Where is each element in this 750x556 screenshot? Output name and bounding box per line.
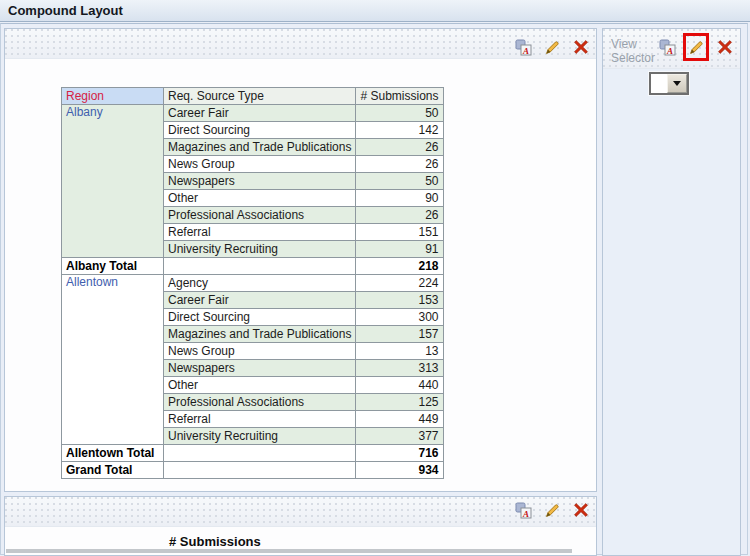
region-value-link[interactable]: Allentown	[62, 275, 164, 445]
source-type-cell: Magazines and Trade Publications	[164, 139, 356, 156]
source-type-cell: Professional Associations	[164, 207, 356, 224]
pivot-header-row: Region Req. Source Type # Submissions	[62, 88, 444, 105]
view-selector-panel: View Selector A	[602, 28, 741, 556]
source-type-cell: Newspapers	[164, 173, 356, 190]
pivot-data-row: AlbanyCareer Fair50	[62, 105, 444, 122]
edit-view-icon[interactable]	[544, 39, 561, 56]
delete-view-icon[interactable]	[573, 39, 590, 56]
source-type-cell: University Recruiting	[164, 428, 356, 445]
pivot-table: Region Req. Source Type # Submissions Al…	[61, 87, 444, 479]
chart-panel-header-strip	[5, 497, 596, 527]
view-selector-dropdown[interactable]	[649, 72, 689, 95]
window-title-bar: Compound Layout	[0, 0, 750, 22]
region-total-value: 218	[356, 258, 443, 275]
column-header-submissions[interactable]: # Submissions	[356, 88, 443, 105]
svg-text:A: A	[522, 509, 529, 519]
region-total-value: 716	[356, 445, 443, 462]
submissions-cell: 50	[356, 173, 443, 190]
svg-text:A: A	[522, 46, 529, 56]
submissions-cell: 313	[356, 360, 443, 377]
source-type-cell: Other	[164, 190, 356, 207]
region-value-link[interactable]: Albany	[62, 105, 164, 258]
region-total-spacer	[164, 258, 356, 275]
pivot-data-row: AllentownAgency224	[62, 275, 444, 292]
submissions-cell: 440	[356, 377, 443, 394]
chart-axis-bar	[6, 549, 572, 553]
dropdown-button[interactable]	[667, 74, 687, 93]
svg-text:A: A	[666, 46, 673, 56]
pivot-view-toolbar: A	[515, 39, 590, 56]
submissions-cell: 26	[356, 207, 443, 224]
grand-total-value: 934	[356, 462, 443, 479]
source-type-cell: Referral	[164, 224, 356, 241]
submissions-cell: 91	[356, 241, 443, 258]
column-header-source-type[interactable]: Req. Source Type	[164, 88, 356, 105]
format-view-icon[interactable]: A	[515, 502, 532, 519]
format-view-icon[interactable]: A	[515, 39, 532, 56]
view-selector-label: View Selector	[611, 37, 665, 65]
source-type-cell: Magazines and Trade Publications	[164, 326, 356, 343]
submissions-cell: 151	[356, 224, 443, 241]
source-type-cell: News Group	[164, 156, 356, 173]
pivot-table-body: AlbanyCareer Fair50Direct Sourcing142Mag…	[62, 105, 444, 479]
region-total-row: Albany Total218	[62, 258, 444, 275]
source-type-cell: Other	[164, 377, 356, 394]
view-selector-toolbar: A	[659, 39, 734, 56]
source-type-cell: Agency	[164, 275, 356, 292]
region-total-spacer	[164, 445, 356, 462]
delete-view-icon[interactable]	[573, 502, 590, 519]
submissions-cell: 50	[356, 105, 443, 122]
window-title: Compound Layout	[8, 3, 123, 18]
submissions-cell: 300	[356, 309, 443, 326]
submissions-cell: 377	[356, 428, 443, 445]
edit-view-icon[interactable]	[544, 502, 561, 519]
submissions-cell: 153	[356, 292, 443, 309]
source-type-cell: Career Fair	[164, 105, 356, 122]
source-type-cell: Direct Sourcing	[164, 309, 356, 326]
grand-total-row: Grand Total934	[62, 462, 444, 479]
pivot-view-panel: A Region Req. Source Type # Submissions …	[4, 28, 597, 492]
region-total-label: Albany Total	[62, 258, 164, 275]
source-type-cell: Referral	[164, 411, 356, 428]
format-view-icon[interactable]: A	[659, 39, 676, 56]
chart-view-panel: A # Submissions	[4, 496, 597, 556]
submissions-cell: 157	[356, 326, 443, 343]
submissions-cell: 224	[356, 275, 443, 292]
region-total-label: Allentown Total	[62, 445, 164, 462]
submissions-cell: 13	[356, 343, 443, 360]
source-type-cell: Direct Sourcing	[164, 122, 356, 139]
edit-view-icon-highlighted[interactable]	[688, 39, 705, 56]
submissions-cell: 26	[356, 156, 443, 173]
submissions-cell: 90	[356, 190, 443, 207]
source-type-cell: News Group	[164, 343, 356, 360]
grand-total-spacer	[164, 462, 356, 479]
submissions-cell: 449	[356, 411, 443, 428]
source-type-cell: University Recruiting	[164, 241, 356, 258]
source-type-cell: Career Fair	[164, 292, 356, 309]
grand-total-label: Grand Total	[62, 462, 164, 479]
chart-title: # Submissions	[169, 534, 261, 549]
pivot-panel-header-strip	[5, 29, 596, 59]
chart-view-toolbar: A	[515, 502, 590, 519]
source-type-cell: Newspapers	[164, 360, 356, 377]
delete-view-icon[interactable]	[717, 39, 734, 56]
dropdown-selected-value	[651, 74, 667, 93]
source-type-cell: Professional Associations	[164, 394, 356, 411]
submissions-cell: 125	[356, 394, 443, 411]
chevron-down-icon	[673, 81, 681, 86]
column-header-region[interactable]: Region	[62, 88, 164, 105]
region-total-row: Allentown Total716	[62, 445, 444, 462]
submissions-cell: 26	[356, 139, 443, 156]
submissions-cell: 142	[356, 122, 443, 139]
